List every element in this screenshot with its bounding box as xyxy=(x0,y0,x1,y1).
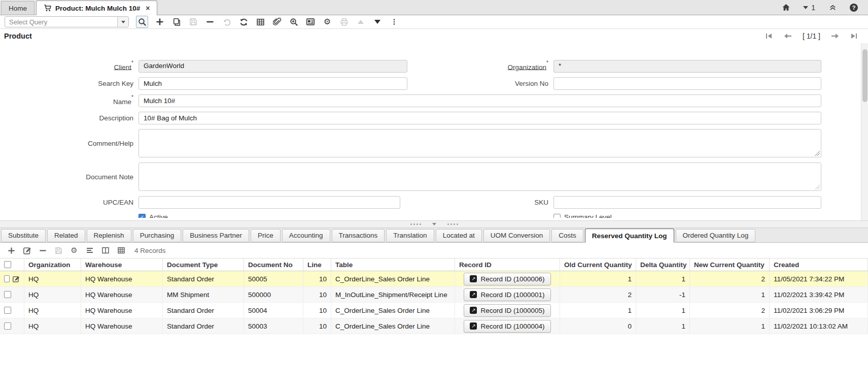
help-icon[interactable]: ? xyxy=(850,4,858,12)
save-record-icon[interactable] xyxy=(188,17,198,27)
table-row[interactable]: HQ HQ Warehouse Standard Order 50004 10 … xyxy=(0,303,868,318)
window-tab-home[interactable]: Home xyxy=(1,1,34,15)
column-header[interactable]: Old Current Quantity xyxy=(560,258,636,271)
save-row-icon[interactable] xyxy=(54,246,63,255)
tab-costs[interactable]: Costs xyxy=(551,229,583,242)
column-header[interactable]: Document No xyxy=(244,258,303,271)
process-gear-icon[interactable]: ⚙ xyxy=(322,17,332,27)
grid-toggle-icon[interactable] xyxy=(255,17,265,27)
description-field[interactable] xyxy=(138,112,821,124)
query-input[interactable] xyxy=(5,17,117,27)
next-record-nav-icon[interactable] xyxy=(830,33,840,40)
tab-transactions[interactable]: Transactions xyxy=(332,229,385,242)
split-view-icon[interactable] xyxy=(101,246,110,255)
resize-grip-icon[interactable] xyxy=(815,151,820,156)
vertical-scrollbar[interactable] xyxy=(861,43,868,220)
panel-splitter[interactable] xyxy=(0,220,868,228)
previous-record-nav-icon[interactable] xyxy=(783,33,792,40)
column-header[interactable]: Table xyxy=(331,258,455,271)
new-record-icon[interactable] xyxy=(155,17,165,27)
collapse-header-icon[interactable] xyxy=(827,3,838,13)
active-checkbox[interactable]: ✓ Active xyxy=(138,213,407,218)
next-record-icon[interactable] xyxy=(372,17,383,27)
first-record-icon[interactable] xyxy=(765,33,773,40)
copy-record-icon[interactable] xyxy=(171,17,182,27)
column-header[interactable]: Record ID xyxy=(455,258,560,271)
tab-accounting[interactable]: Accounting xyxy=(282,229,330,242)
close-tab-icon[interactable]: × xyxy=(146,5,150,12)
add-row-icon[interactable] xyxy=(7,246,16,255)
last-record-icon[interactable] xyxy=(850,33,858,40)
query-dropdown-button[interactable] xyxy=(117,17,128,27)
row-edit-pencil-icon[interactable] xyxy=(12,275,20,283)
column-header[interactable]: Document Type xyxy=(163,258,244,271)
print-icon[interactable] xyxy=(339,17,349,27)
name-field[interactable] xyxy=(138,94,821,107)
tab-replenish[interactable]: Replenish xyxy=(87,229,131,242)
tab-business-partner[interactable]: Business Partner xyxy=(183,229,249,242)
attachment-icon[interactable] xyxy=(272,17,282,27)
query-combobox[interactable] xyxy=(5,16,129,27)
row-checkbox[interactable] xyxy=(4,275,10,282)
summary-level-checkbox[interactable]: Summary Level xyxy=(553,213,821,218)
tab-purchasing[interactable]: Purchasing xyxy=(133,229,182,242)
checkbox-unchecked-icon[interactable] xyxy=(4,261,11,268)
record-id-button[interactable]: ↗ Record ID (1000005) xyxy=(464,304,550,317)
column-header[interactable]: New Current Quantity xyxy=(690,258,770,271)
find-record-icon[interactable] xyxy=(136,16,148,28)
splitter-collapse-icon[interactable] xyxy=(432,223,436,225)
record-id-button[interactable]: ↗ Record ID (1000004) xyxy=(464,320,550,333)
column-header[interactable]: Line xyxy=(303,258,331,271)
zoom-across-icon[interactable] xyxy=(289,17,299,27)
tab-related[interactable]: Related xyxy=(47,229,85,242)
cell-table: M_InOutLine_Shipment/Receipt Line xyxy=(331,287,455,302)
column-header[interactable]: Created xyxy=(770,258,868,271)
search-key-field[interactable] xyxy=(138,77,407,90)
undo-icon[interactable] xyxy=(222,17,232,27)
scrollbar-thumb[interactable] xyxy=(862,49,867,102)
report-icon[interactable] xyxy=(305,17,316,27)
delete-row-icon[interactable] xyxy=(38,246,47,255)
open-windows-menu[interactable]: 1 xyxy=(803,4,815,12)
tab-located-at[interactable]: Located at xyxy=(436,229,482,242)
resize-grip-icon[interactable] xyxy=(815,184,820,189)
grid-view-icon[interactable] xyxy=(117,246,126,255)
row-checkbox[interactable] xyxy=(4,307,11,314)
delete-record-icon[interactable] xyxy=(205,17,215,27)
row-checkbox[interactable] xyxy=(4,291,11,298)
record-id-button[interactable]: ↗ Record ID (1000006) xyxy=(464,273,550,285)
home-icon[interactable] xyxy=(781,3,791,13)
column-header[interactable]: Warehouse xyxy=(81,258,163,271)
edit-row-icon[interactable] xyxy=(22,246,31,255)
tab-ordered-quantity-log[interactable]: Ordered Quantity Log xyxy=(676,229,756,242)
tab-uom-conversion[interactable]: UOM Conversion xyxy=(483,229,550,242)
column-header[interactable]: Organization xyxy=(24,258,81,271)
more-actions-icon[interactable] xyxy=(389,17,399,27)
record-id-button[interactable]: ↗ Record ID (1000001) xyxy=(464,288,550,301)
window-tab-product[interactable]: Product: Mulch Mulch 10# × xyxy=(36,1,157,15)
version-no-field[interactable] xyxy=(553,77,821,90)
table-row[interactable]: HQ HQ Warehouse Standard Order 50003 10 … xyxy=(0,318,868,334)
tab-substitute[interactable]: Substitute xyxy=(1,229,46,242)
column-header[interactable]: Delta Quantity xyxy=(636,258,690,271)
upc-ean-field[interactable] xyxy=(138,196,400,209)
tab-price[interactable]: Price xyxy=(251,229,281,242)
table-row[interactable]: HQ HQ Warehouse Standard Order 50005 10 … xyxy=(0,271,868,287)
select-all-header[interactable] xyxy=(0,258,24,271)
tab-reserved-quantity-log[interactable]: Reserved Quantity Log xyxy=(585,229,674,243)
grid-process-gear-icon[interactable]: ⚙ xyxy=(70,246,79,255)
table-row[interactable]: HQ HQ Warehouse MM Shipment 500000 10 M_… xyxy=(0,287,868,303)
cell-document-no: 50004 xyxy=(244,303,303,318)
organization-field: * xyxy=(553,60,821,73)
sku-field[interactable] xyxy=(553,196,821,209)
quick-grid-icon[interactable] xyxy=(85,246,94,255)
refresh-icon[interactable] xyxy=(238,17,249,27)
row-checkbox[interactable] xyxy=(4,322,11,330)
tab-translation[interactable]: Translation xyxy=(386,229,434,242)
cell-created: 11/02/2021 3:39:42 PM xyxy=(770,287,868,302)
window-tab-label: Product: Mulch Mulch 10# xyxy=(55,5,140,12)
comment-help-field[interactable] xyxy=(138,129,821,157)
previous-record-icon[interactable] xyxy=(356,17,366,27)
cell-new-qty: 2 xyxy=(690,303,770,318)
document-note-field[interactable] xyxy=(138,163,821,191)
